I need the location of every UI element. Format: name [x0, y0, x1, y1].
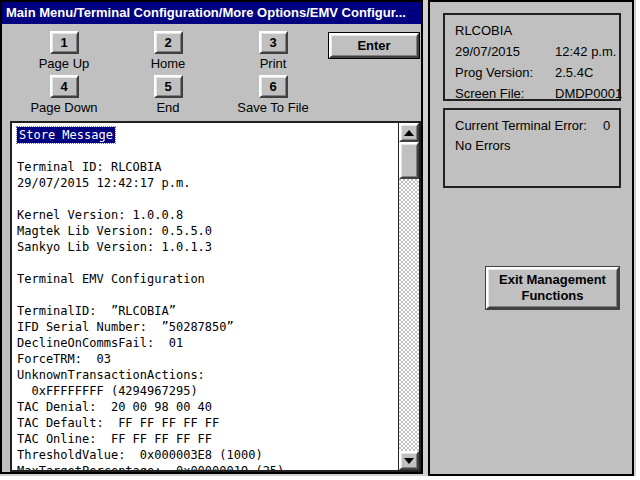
screen-background: Main Menu/Terminal Configuration/More Op… [0, 0, 636, 476]
keypad-button-label: Save To File [237, 100, 308, 115]
keypad-button[interactable]: 6 [259, 75, 288, 98]
log-line[interactable]: TerminalID: ”RLCOBIA” [17, 303, 398, 319]
terminal-log-content: Store Message Terminal ID: RLCOBIA29/07/… [12, 123, 398, 470]
keypad-button[interactable]: 1 [50, 31, 79, 54]
error-code: 0 [603, 118, 610, 133]
keypad-cell: 5 End [113, 75, 223, 115]
log-line[interactable]: Terminal EMV Configuration [17, 271, 398, 287]
log-line[interactable]: UnknownTransactionActions: [17, 367, 398, 383]
log-line[interactable] [17, 191, 398, 207]
log-line[interactable]: Sankyo Lib Version: 1.0.1.3 [17, 239, 398, 255]
keypad-cell: 6 Save To File [218, 75, 328, 115]
log-line[interactable]: Kernel Version: 1.0.0.8 [17, 207, 398, 223]
scroll-down-icon [404, 458, 414, 464]
enter-button[interactable]: Enter [329, 33, 419, 58]
terminal-error-box: Current Terminal Error:0 No Errors [443, 108, 621, 188]
log-line[interactable]: 29/07/2015 12:42:17 p.m. [17, 175, 398, 191]
keypad-button[interactable]: 4 [50, 75, 79, 98]
log-line[interactable]: 0xFFFFFFFF (4294967295) [17, 383, 398, 399]
selected-log-text: Store Message [17, 127, 115, 143]
keypad-button[interactable]: 2 [154, 31, 183, 54]
keypad-button-label: Page Down [30, 100, 97, 115]
screen-file-value: DMDP0001 [555, 86, 622, 101]
vertical-scrollbar[interactable] [398, 123, 419, 470]
exit-button-line2: Functions [521, 288, 583, 304]
log-line[interactable]: TAC Online: FF FF FF FF FF [17, 431, 398, 447]
log-line[interactable] [17, 255, 398, 271]
keypad-row-2: 4 Page Down 5 End 6 Save To File [2, 75, 421, 121]
log-line[interactable]: Terminal ID: RLCOBIA [17, 159, 398, 175]
keypad-button-label: Page Up [39, 56, 90, 71]
date-time-row: 29/07/201512:42 p.m. [455, 41, 619, 62]
prog-version-value: 2.5.4C [555, 65, 593, 80]
scroll-up-icon [404, 130, 414, 136]
error-status: No Errors [455, 136, 619, 156]
log-line[interactable]: MaxTargetPercentage: 0x00000019 (25) [17, 463, 398, 470]
terminal-date: 29/07/2015 [455, 41, 555, 62]
error-label: Current Terminal Error: [455, 118, 587, 133]
error-row: Current Terminal Error:0 [455, 116, 619, 136]
log-line[interactable]: IFD Serial Number: ”50287850” [17, 319, 398, 335]
scroll-up-button[interactable] [399, 123, 419, 142]
terminal-log-view[interactable]: Store Message Terminal ID: RLCOBIA29/07/… [10, 121, 421, 472]
log-line[interactable]: Magtek Lib Version: 0.5.5.0 [17, 223, 398, 239]
log-line-selected[interactable]: Store Message [17, 127, 398, 143]
terminal-id: RLCOBIA [455, 20, 619, 41]
main-window: Main Menu/Terminal Configuration/More Op… [0, 0, 423, 474]
log-lines: Terminal ID: RLCOBIA29/07/2015 12:42:17 … [17, 143, 398, 470]
keypad-button-label: Home [151, 56, 186, 71]
keypad-cell: 3 Print [218, 31, 328, 71]
scroll-down-button[interactable] [399, 451, 419, 470]
scrollbar-thumb[interactable] [399, 142, 419, 179]
keypad-button[interactable]: 3 [259, 31, 288, 54]
terminal-time: 12:42 p.m. [555, 44, 616, 59]
log-line[interactable]: DeclineOnCommsFail: 01 [17, 335, 398, 351]
keypad-cell: 2 Home [113, 31, 223, 71]
log-line[interactable] [17, 143, 398, 159]
log-line[interactable] [17, 287, 398, 303]
prog-version-label: Prog Version: [455, 62, 555, 83]
exit-button-line1: Exit Management [499, 272, 606, 288]
log-line[interactable]: TAC Default: FF FF FF FF FF [17, 415, 398, 431]
keypad-button-label: End [156, 100, 179, 115]
screen-file-label: Screen File: [455, 83, 555, 104]
keypad-cell: 4 Page Down [9, 75, 119, 115]
log-line[interactable]: TAC Denial: 20 00 98 00 40 [17, 399, 398, 415]
breadcrumb-title-bar: Main Menu/Terminal Configuration/More Op… [2, 2, 421, 24]
keypad-button[interactable]: 5 [154, 75, 183, 98]
exit-management-functions-button[interactable]: Exit Management Functions [486, 267, 619, 309]
log-line[interactable]: ForceTRM: 03 [17, 351, 398, 367]
keypad-cell: 1 Page Up [9, 31, 119, 71]
screen-file-row: Screen File:DMDP0001 [455, 83, 619, 104]
prog-version-row: Prog Version:2.5.4C [455, 62, 619, 83]
terminal-info-box: RLCOBIA 29/07/201512:42 p.m. Prog Versio… [443, 13, 621, 101]
keypad-button-label: Print [260, 56, 287, 71]
status-panel: RLCOBIA 29/07/201512:42 p.m. Prog Versio… [428, 0, 634, 476]
log-line[interactable]: ThresholdValue: 0x000003E8 (1000) [17, 447, 398, 463]
